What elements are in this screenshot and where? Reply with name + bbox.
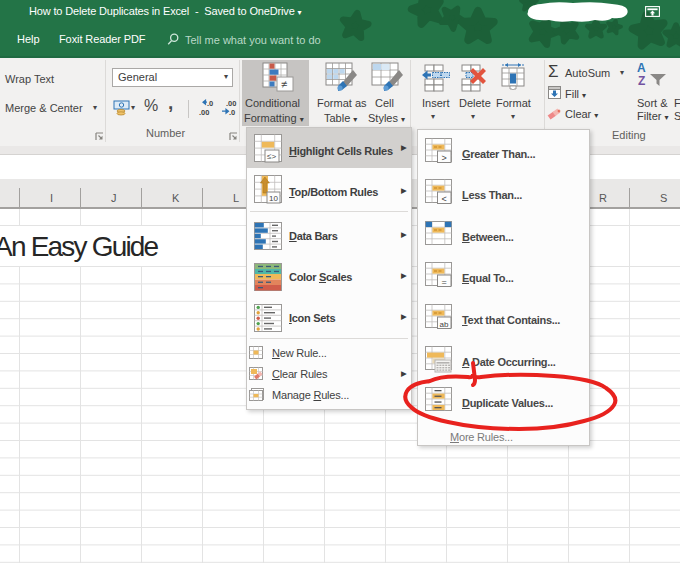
svg-text:<: < — [442, 194, 447, 204]
svg-text:10: 10 — [269, 194, 278, 203]
svg-text:>: > — [442, 153, 447, 163]
svg-text:ab: ab — [440, 320, 449, 329]
svg-text:=: = — [442, 277, 447, 287]
svg-text:≤>: ≤> — [267, 152, 276, 161]
